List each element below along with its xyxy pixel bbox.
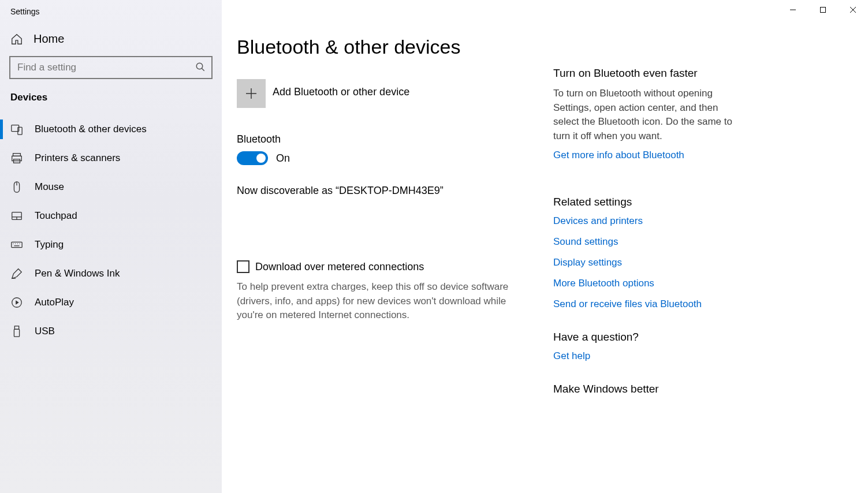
send-receive-files-link[interactable]: Send or receive files via Bluetooth — [553, 298, 739, 310]
sidebar-item-printers[interactable]: Printers & scanners — [0, 144, 222, 173]
minimize-button[interactable] — [778, 0, 808, 20]
keyboard-icon — [10, 238, 23, 251]
sidebar-item-touchpad[interactable]: Touchpad — [0, 201, 222, 230]
touchpad-icon — [10, 210, 23, 222]
svg-rect-24 — [821, 8, 826, 13]
page-title: Bluetooth & other devices — [237, 36, 526, 58]
sidebar-item-label: Pen & Windows Ink — [35, 268, 120, 279]
get-help-link[interactable]: Get help — [553, 350, 739, 362]
close-button[interactable] — [838, 0, 868, 20]
svg-rect-21 — [14, 326, 18, 330]
sidebar-item-label: Bluetooth & other devices — [35, 124, 147, 135]
bluetooth-toggle-row: On — [237, 151, 526, 165]
category-header: Devices — [0, 92, 222, 115]
discoverable-text: Now discoverable as “DESKTOP-DMH43E9” — [237, 185, 526, 197]
metered-checkbox-row: Download over metered connections — [237, 260, 526, 273]
tip-section: Turn on Bluetooth even faster To turn on… — [553, 67, 739, 161]
window-controls — [778, 0, 868, 20]
devices-icon — [10, 123, 23, 136]
improve-heading: Make Windows better — [553, 383, 739, 395]
metered-checkbox-label: Download over metered connections — [255, 261, 424, 273]
home-button[interactable]: Home — [0, 22, 222, 56]
svg-rect-3 — [18, 127, 22, 135]
search-input[interactable] — [9, 56, 213, 79]
svg-rect-22 — [14, 329, 19, 337]
sidebar-item-autoplay[interactable]: AutoPlay — [0, 288, 222, 317]
sidebar-item-pen[interactable]: Pen & Windows Ink — [0, 259, 222, 288]
bluetooth-section-label: Bluetooth — [237, 133, 526, 145]
add-device-label: Add Bluetooth or other device — [273, 86, 409, 102]
toggle-state-label: On — [276, 152, 290, 165]
get-more-info-link[interactable]: Get more info about Bluetooth — [553, 150, 739, 161]
sidebar-item-bluetooth[interactable]: Bluetooth & other devices — [0, 115, 222, 144]
display-settings-link[interactable]: Display settings — [553, 257, 739, 268]
devices-printers-link[interactable]: Devices and printers — [553, 215, 739, 227]
app-title: Settings — [0, 0, 222, 22]
add-device-button[interactable]: Add Bluetooth or other device — [237, 79, 526, 108]
related-section: Related settings Devices and printers So… — [553, 196, 739, 310]
sidebar-item-label: Typing — [35, 239, 64, 251]
sidebar-item-typing[interactable]: Typing — [0, 230, 222, 259]
plus-icon — [237, 79, 266, 108]
right-column: Turn on Bluetooth even faster To turn on… — [553, 0, 761, 493]
search-container — [0, 56, 222, 92]
sidebar: Settings Home Devices Bluetooth & other … — [0, 0, 222, 493]
sidebar-item-label: Mouse — [35, 181, 64, 193]
printer-icon — [10, 152, 23, 165]
pen-icon — [10, 267, 23, 280]
svg-marker-20 — [16, 300, 19, 304]
sidebar-item-label: Printers & scanners — [35, 152, 120, 164]
content-column: Bluetooth & other devices Add Bluetooth … — [222, 0, 553, 493]
metered-help-text: To help prevent extra charges, keep this… — [237, 280, 526, 323]
home-icon — [10, 33, 23, 46]
bluetooth-toggle[interactable] — [237, 151, 268, 165]
svg-rect-12 — [12, 242, 22, 247]
sound-settings-link[interactable]: Sound settings — [553, 236, 739, 248]
tip-heading: Turn on Bluetooth even faster — [553, 67, 739, 80]
tip-body: To turn on Bluetooth without opening Set… — [553, 87, 739, 144]
sidebar-item-label: USB — [35, 326, 55, 337]
autoplay-icon — [10, 296, 23, 309]
question-section: Have a question? Get help — [553, 331, 739, 362]
sidebar-item-mouse[interactable]: Mouse — [0, 173, 222, 201]
home-label: Home — [33, 32, 64, 46]
toggle-knob — [256, 154, 266, 163]
sidebar-item-usb[interactable]: USB — [0, 317, 222, 346]
improve-section: Make Windows better — [553, 383, 739, 395]
related-heading: Related settings — [553, 196, 739, 208]
sidebar-item-label: Touchpad — [35, 210, 77, 222]
sidebar-item-label: AutoPlay — [35, 297, 74, 308]
question-heading: Have a question? — [553, 331, 739, 343]
maximize-button[interactable] — [808, 0, 838, 20]
mouse-icon — [10, 181, 23, 193]
svg-rect-4 — [13, 154, 21, 156]
usb-icon — [10, 325, 23, 338]
main-area: Bluetooth & other devices Add Bluetooth … — [222, 0, 868, 493]
metered-checkbox[interactable] — [237, 260, 249, 273]
more-bluetooth-link[interactable]: More Bluetooth options — [553, 278, 739, 289]
